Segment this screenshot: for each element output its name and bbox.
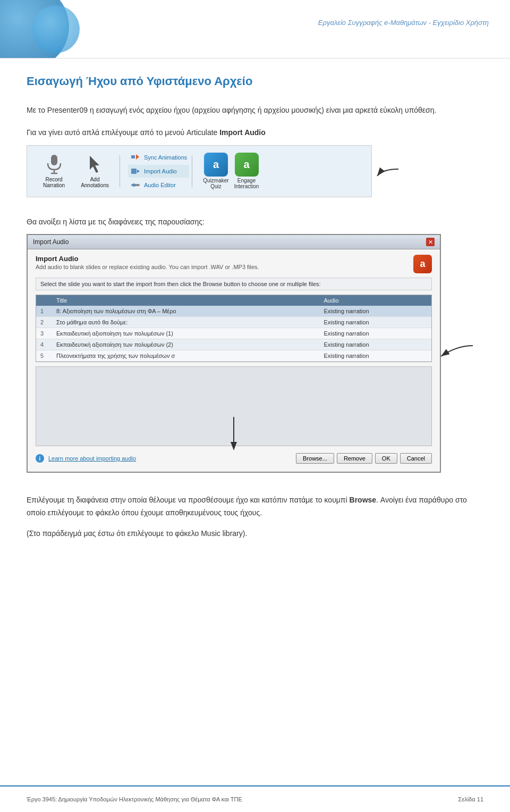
footer-page: Σελίδα 11 [458, 796, 483, 802]
instruction-text-2: Θα ανοίξει η λίστα με τις διαφάνειες της… [27, 216, 483, 228]
dialog-header-section: Import Audio Add audio to blank slides o… [36, 255, 432, 273]
row-num: 1 [36, 306, 52, 317]
dialog-titlebar: Import Audio ✕ [28, 235, 440, 249]
row-title: Εκπαιδευτική αξιοποίηση των πολυμέσων (1… [52, 328, 320, 339]
dialog-heading: Import Audio [36, 255, 259, 263]
editor-label: Audio Editor [144, 182, 176, 188]
svg-rect-4 [131, 155, 135, 158]
import-label: Import Audio [144, 168, 177, 174]
quizmaker-label: QuizmakerQuiz [203, 178, 228, 189]
dialog-description: Add audio to blank slides or replace exi… [36, 264, 259, 270]
svg-rect-6 [131, 169, 137, 174]
arrow-browse [212, 414, 255, 457]
table-row[interactable]: 1 8: Αξιοποίηση των πολυμέσων στη ΦΑ – Μ… [36, 306, 431, 317]
browse-remove-area: Browse... Remove [296, 453, 372, 464]
microphone-icon [44, 154, 65, 175]
row-num: 4 [36, 339, 52, 350]
instruction-text-1: Για να γίνει αυτό απλά επιλέγουμε από το… [27, 127, 483, 138]
bottom-text-2: (Στο παράδειγμά μας έστω ότι επιλέγουμε … [27, 528, 483, 540]
engage-icon: a [235, 153, 259, 177]
arrow-dialog-right [430, 340, 478, 372]
table-row[interactable]: 2 Στο μάθημα αυτό θα δούμε: Existing nar… [36, 317, 431, 328]
row-audio: Existing narration [320, 328, 431, 339]
page-header: Εργαλείο Συγγραφής e-Μαθημάτων - Εγχειρί… [0, 0, 510, 58]
toolbar-record-btn[interactable]: RecordNarration [35, 151, 73, 191]
cancel-button[interactable]: Cancel [400, 453, 432, 464]
svg-marker-3 [90, 156, 99, 173]
table-row[interactable]: 3 Εκπαιδευτική αξιοποίηση των πολυμέσων … [36, 328, 431, 339]
table-row[interactable]: 5 Πλεονεκτήματα της χρήσης των πολυμέσων… [36, 350, 431, 362]
toolbar-image: RecordNarration AddAnnotations [27, 145, 372, 197]
page-footer: Έργο 3945: Δημιουργία Υποδομών Ηλεκτρονι… [0, 785, 510, 812]
svg-marker-7 [137, 170, 140, 173]
col-audio: Audio [320, 295, 431, 306]
toolbar-screenshot: RecordNarration AddAnnotations [27, 145, 372, 208]
col-title: Title [52, 295, 320, 306]
toolbar-add-btn[interactable]: AddAnnotations [73, 151, 117, 191]
row-audio: Existing narration [320, 350, 431, 362]
col-num [36, 295, 52, 306]
import-audio-btn[interactable]: Import Audio [128, 165, 189, 178]
decorative-circle-small [32, 5, 80, 53]
row-title: Στο μάθημα αυτό θα δούμε: [52, 317, 320, 328]
row-title: 8: Αξιοποίηση των πολυμέσων στη ΦΑ – Μέρ… [52, 306, 320, 317]
row-title: Πλεονεκτήματα της χρήσης των πολυμέσων σ [52, 350, 320, 362]
engage-label: EngageInteraction [234, 178, 259, 189]
row-title: Εκπαιδευτική αξιοποίηση των πολυμέσων (2… [52, 339, 320, 350]
import-icon [130, 166, 141, 177]
toolbar-divider [120, 155, 120, 187]
svg-marker-5 [136, 154, 139, 160]
browse-button[interactable]: Browse... [296, 453, 334, 464]
engage-btn[interactable]: a EngageInteraction [234, 153, 259, 189]
learn-more-link[interactable]: Learn more about importing audio [48, 455, 136, 462]
row-audio: Existing narration [320, 317, 431, 328]
footer-project: Έργο 3945: Δημιουργία Υποδομών Ηλεκτρονι… [27, 796, 242, 802]
sync-animations-btn[interactable]: Sync Animations [128, 151, 189, 164]
editor-icon [130, 180, 141, 190]
articulate-logo: a [413, 255, 432, 273]
cursor-icon [84, 154, 106, 175]
svg-point-9 [132, 183, 135, 187]
ok-button[interactable]: OK [375, 453, 397, 464]
arrow-import [361, 161, 404, 188]
audio-editor-btn[interactable]: Audio Editor [128, 179, 189, 191]
row-num: 5 [36, 350, 52, 362]
info-icon: i [36, 454, 44, 463]
slides-table-container: Title Audio 1 8: Αξιοποίηση των πολυμέσω… [36, 295, 432, 362]
footer-right: OK Cancel [375, 453, 432, 464]
table-row[interactable]: 4 Εκπαιδευτική αξιοποίηση των πολυμέσων … [36, 339, 431, 350]
quiz-area: a QuizmakerQuiz a EngageInteraction [203, 153, 259, 189]
footer-left: i Learn more about importing audio [36, 454, 136, 463]
quizmaker-btn[interactable]: a QuizmakerQuiz [203, 153, 228, 189]
dialog-header-info: Import Audio Add audio to blank slides o… [36, 255, 259, 270]
row-audio: Existing narration [320, 306, 431, 317]
toolbar-divider2 [192, 155, 192, 187]
main-content: Εισαγωγή Ήχου από Υφιστάμενο Αρχείο Με τ… [0, 58, 510, 564]
svg-rect-0 [51, 155, 57, 165]
row-audio: Existing narration [320, 339, 431, 350]
dialog-screenshot: Import Audio ✕ Import Audio Add audio to… [27, 234, 441, 483]
toolbar-right-col: Sync Animations Import Audio [128, 151, 189, 191]
dialog-close-btn[interactable]: ✕ [426, 238, 435, 246]
bottom-text-1: Επιλέγουμε τη διαφάνεια στην οποία θέλου… [27, 494, 483, 520]
sync-icon [130, 152, 141, 163]
record-label: RecordNarration [43, 177, 65, 188]
row-num: 2 [36, 317, 52, 328]
dialog-instruction: Select the slide you want to start the i… [36, 278, 432, 290]
page-title: Εισαγωγή Ήχου από Υφιστάμενο Αρχείο [27, 74, 483, 91]
intro-text: Με το Presenter09 η εισαγωγή ενός αρχείο… [27, 104, 483, 116]
quizmaker-icon: a [204, 153, 228, 177]
sync-label: Sync Animations [144, 154, 187, 161]
add-label: AddAnnotations [81, 177, 109, 188]
slides-table: Title Audio 1 8: Αξιοποίηση των πολυμέσω… [36, 295, 431, 362]
remove-button[interactable]: Remove [337, 453, 372, 464]
header-title: Εργαλείο Συγγραφής e-Μαθημάτων - Εγχειρί… [318, 19, 489, 27]
row-num: 3 [36, 328, 52, 339]
dialog-title: Import Audio [33, 238, 69, 246]
